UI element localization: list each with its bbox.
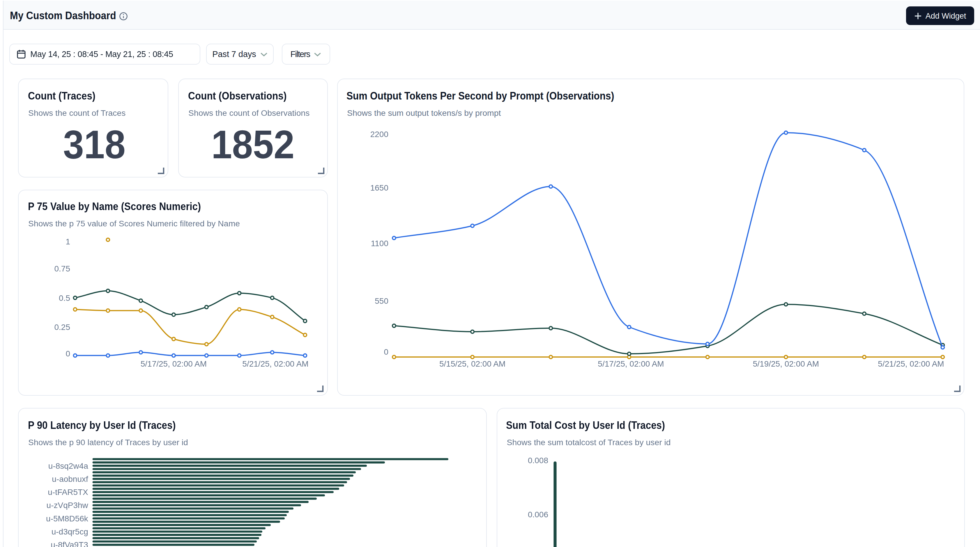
svg-text:u-tFAR5TX: u-tFAR5TX <box>48 488 88 497</box>
svg-text:0: 0 <box>65 349 70 358</box>
svg-text:0.75: 0.75 <box>54 264 70 273</box>
svg-text:2200: 2200 <box>370 130 388 139</box>
svg-text:5/19/25, 02:00 AM: 5/19/25, 02:00 AM <box>753 359 819 368</box>
svg-text:0.5: 0.5 <box>59 293 70 303</box>
svg-text:u-8fVa9T3: u-8fVa9T3 <box>51 540 88 547</box>
svg-text:0.25: 0.25 <box>54 323 70 332</box>
svg-text:1650: 1650 <box>370 183 388 192</box>
svg-text:u-8sq2w4a: u-8sq2w4a <box>48 461 88 471</box>
svg-text:1100: 1100 <box>371 239 388 248</box>
svg-text:5/21/25, 02:00 AM: 5/21/25, 02:00 AM <box>242 359 308 368</box>
svg-text:0.008: 0.008 <box>528 456 548 465</box>
svg-text:u-zVqP3hw: u-zVqP3hw <box>46 501 89 510</box>
svg-text:u-aobnuxf: u-aobnuxf <box>52 474 88 484</box>
svg-text:u-5M8D56k: u-5M8D56k <box>46 514 89 523</box>
svg-text:5/21/25, 02:00 AM: 5/21/25, 02:00 AM <box>878 359 944 368</box>
svg-text:u-d3qr5cg: u-d3qr5cg <box>51 527 88 536</box>
svg-text:5/15/25, 02:00 AM: 5/15/25, 02:00 AM <box>439 359 506 368</box>
svg-text:1: 1 <box>65 237 70 246</box>
svg-text:0.006: 0.006 <box>528 510 548 519</box>
svg-text:5/17/25, 02:00 AM: 5/17/25, 02:00 AM <box>598 359 664 368</box>
svg-text:550: 550 <box>375 296 388 306</box>
svg-text:0: 0 <box>384 347 388 357</box>
svg-text:5/17/25, 02:00 AM: 5/17/25, 02:00 AM <box>141 359 207 368</box>
